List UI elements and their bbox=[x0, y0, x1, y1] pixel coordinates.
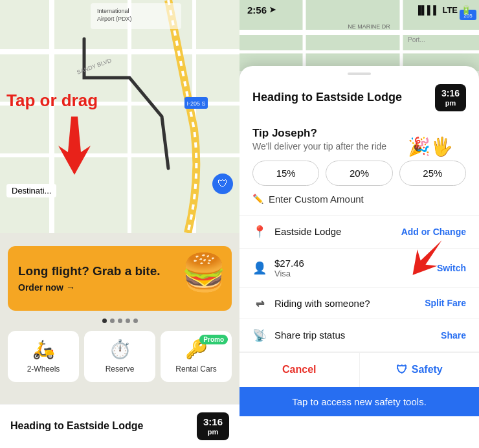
destination-name: Eastside Lodge bbox=[274, 226, 401, 237]
split-icon: ⇌ bbox=[252, 297, 267, 309]
tip-15-button[interactable]: 15% bbox=[252, 161, 319, 186]
sheet-title: Heading to Eastside Lodge bbox=[252, 91, 402, 104]
broadcast-icon: 📡 bbox=[252, 328, 267, 342]
cancel-button[interactable]: Cancel bbox=[240, 353, 359, 387]
promo-card[interactable]: Long flight? Grab a bite. Order now → 🍔 bbox=[8, 246, 232, 311]
svg-text:Port...: Port... bbox=[408, 36, 425, 43]
tip-buttons: 15% 20% 25% bbox=[252, 161, 466, 186]
pencil-icon: ✏️ bbox=[252, 194, 263, 204]
location-pin-icon: 📍 bbox=[252, 225, 267, 239]
promo-badge: Promo bbox=[199, 335, 228, 344]
red-arrow-overlay bbox=[405, 235, 443, 283]
lte-label: LTE bbox=[442, 5, 458, 15]
promo-headline: Long flight? Grab a bite. bbox=[18, 264, 161, 279]
svg-text:NE MARINE DR: NE MARINE DR bbox=[348, 23, 390, 30]
split-fare-row[interactable]: ⇌ Riding with someone? Split Fare bbox=[240, 288, 479, 319]
confetti-icon: 🎉🖐️ bbox=[408, 136, 453, 157]
tap-safety-bar[interactable]: Tap to access new safety tools. bbox=[240, 387, 479, 416]
left-bottom-bar: Heading to Eastside Lodge 3:16 pm bbox=[0, 404, 240, 448]
tip-section: Tip Joseph? We'll deliver your tip after… bbox=[240, 119, 479, 216]
2wheels-icon: 🛵 bbox=[13, 339, 74, 360]
dot-3 bbox=[118, 319, 122, 323]
custom-amount-label: Enter Custom Amount bbox=[269, 194, 364, 205]
bottom-sheet: Heading to Eastside Lodge 3:16 pm Tip Jo… bbox=[240, 66, 479, 448]
reserve-icon: ⏱️ bbox=[89, 339, 150, 360]
status-time: 2:56 ➤ bbox=[247, 5, 276, 16]
map-area: International Airport (PDX) SANDY BLVD I… bbox=[0, 0, 240, 233]
service-2wheels[interactable]: 🛵 2-Wheels bbox=[8, 331, 79, 382]
svg-rect-0 bbox=[0, 0, 240, 233]
tap-safety-text: Tap to access new safety tools. bbox=[292, 396, 427, 407]
promo-cta[interactable]: Order now → bbox=[18, 282, 161, 293]
bottom-actions: Cancel 🛡 Safety bbox=[240, 352, 479, 387]
dot-5 bbox=[133, 319, 138, 323]
uber-shield-icon: 🛡 bbox=[212, 174, 233, 194]
sheet-time-badge: 3:16 pm bbox=[435, 84, 466, 111]
tap-or-drag-label: Tap or drag bbox=[6, 91, 98, 111]
sheet-header: Heading to Eastside Lodge 3:16 pm bbox=[240, 79, 479, 119]
destination-label: Destinati... bbox=[6, 184, 56, 197]
carousel-dots bbox=[0, 319, 240, 326]
service-reserve[interactable]: ⏱️ Reserve bbox=[84, 331, 155, 382]
2wheels-label: 2-Wheels bbox=[27, 364, 60, 374]
status-bar: 2:56 ➤ ▐▌▌▌ LTE 🔋 bbox=[240, 0, 479, 19]
share-trip-label: Share trip status bbox=[274, 330, 441, 341]
svg-text:Airport (PDX): Airport (PDX) bbox=[97, 16, 132, 22]
service-rental[interactable]: Promo 🔑 Rental Cars bbox=[161, 331, 232, 382]
sheet-handle bbox=[348, 73, 371, 75]
svg-text:I-205 S: I-205 S bbox=[186, 100, 205, 107]
left-time-badge: 3:16 pm bbox=[197, 412, 229, 440]
dot-1 bbox=[102, 319, 107, 323]
burger-image: 🍔 bbox=[181, 251, 227, 294]
person-icon: 👤 bbox=[252, 261, 267, 275]
rental-label: Rental Cars bbox=[175, 364, 216, 374]
direction-arrow bbox=[52, 117, 97, 177]
right-map-top: NE MARINE DR 205 Port... 2:56 ➤ ▐▌▌▌ LTE… bbox=[240, 0, 479, 71]
share-button[interactable]: Share bbox=[441, 330, 466, 341]
status-icons: ▐▌▌▌ LTE 🔋 bbox=[416, 5, 471, 15]
service-grid: 🛵 2-Wheels ⏱️ Reserve Promo 🔑 Rental Car… bbox=[0, 331, 240, 382]
right-panel: NE MARINE DR 205 Port... 2:56 ➤ ▐▌▌▌ LTE… bbox=[240, 0, 479, 448]
battery-icon: 🔋 bbox=[461, 5, 471, 15]
location-arrow-icon: ➤ bbox=[269, 5, 276, 14]
reserve-label: Reserve bbox=[106, 364, 135, 374]
left-panel: International Airport (PDX) SANDY BLVD I… bbox=[0, 0, 240, 448]
dot-2 bbox=[110, 319, 115, 323]
split-fare-label: Riding with someone? bbox=[274, 298, 425, 309]
split-fare-button[interactable]: Split Fare bbox=[425, 298, 466, 308]
custom-amount-row[interactable]: ✏️ Enter Custom Amount bbox=[252, 194, 466, 205]
info-rows: 📍 Eastside Lodge Add or Change 👤 $27.46 … bbox=[240, 216, 479, 352]
safety-button[interactable]: 🛡 Safety bbox=[360, 353, 480, 387]
left-heading-title: Heading to Eastside Lodge bbox=[10, 420, 143, 432]
shield-icon: 🛡 bbox=[396, 363, 408, 377]
tip-20-button[interactable]: 20% bbox=[326, 161, 392, 186]
split-fare-content: Riding with someone? bbox=[274, 298, 425, 309]
safety-label: Safety bbox=[412, 364, 443, 375]
svg-text:International: International bbox=[97, 8, 129, 14]
dot-4 bbox=[126, 319, 130, 323]
signal-icon: ▐▌▌▌ bbox=[416, 5, 440, 15]
tip-25-button[interactable]: 25% bbox=[399, 161, 466, 186]
share-trip-content: Share trip status bbox=[274, 330, 441, 341]
map-svg: International Airport (PDX) SANDY BLVD I… bbox=[0, 0, 240, 233]
share-trip-row[interactable]: 📡 Share trip status Share bbox=[240, 319, 479, 352]
destination-content: Eastside Lodge bbox=[274, 226, 401, 237]
